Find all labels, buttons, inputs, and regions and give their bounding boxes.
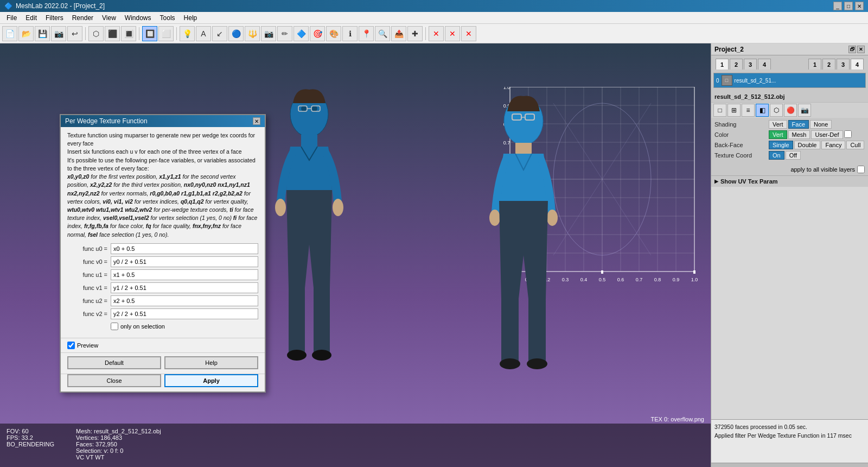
properties-section: Shading Vert Face None Color Vert Mesh U… bbox=[711, 118, 868, 163]
log-scrollbar[interactable] bbox=[711, 463, 868, 467]
preview-checkbox[interactable] bbox=[67, 342, 75, 349]
color-vert[interactable]: Vert bbox=[769, 130, 787, 139]
backface-fancy[interactable]: Fancy bbox=[821, 141, 845, 149]
tool-pencil[interactable]: ✏ bbox=[277, 26, 292, 41]
tool-del3[interactable]: ✕ bbox=[461, 26, 476, 41]
tool-open[interactable]: 📂 bbox=[18, 26, 34, 41]
tool-view-persp[interactable]: 🔲 bbox=[142, 26, 157, 41]
tool-color[interactable]: 🎨 bbox=[326, 26, 341, 41]
tool-mesh2[interactable]: ⬛ bbox=[105, 26, 120, 41]
uv-tex-label: Show UV Tex Param bbox=[720, 178, 778, 185]
func-u1-input[interactable] bbox=[111, 269, 258, 280]
menu-filters[interactable]: Filters bbox=[41, 13, 68, 23]
color-checkbox[interactable] bbox=[844, 130, 852, 138]
layer-name: result_sd_2_51... bbox=[735, 78, 776, 84]
shading-none[interactable]: None bbox=[810, 120, 832, 129]
tool-paint[interactable]: 🔱 bbox=[245, 26, 260, 41]
tool-mesh3[interactable]: 🔳 bbox=[121, 26, 136, 41]
layer-item-0[interactable]: 0 □ result_sd_2_51... bbox=[713, 73, 866, 88]
mesh-icon-wire[interactable]: ⬡ bbox=[770, 104, 783, 117]
tool-zoom[interactable]: 🔍 bbox=[375, 26, 390, 41]
tool-new[interactable]: 📄 bbox=[2, 26, 17, 41]
texcoord-off[interactable]: Off bbox=[786, 151, 801, 160]
dialog-close-icon[interactable]: ✕ bbox=[253, 117, 260, 125]
show-uv-tex-section[interactable]: ▶ Show UV Tex Param bbox=[711, 175, 868, 187]
layer-tab-3[interactable]: 3 bbox=[744, 59, 757, 70]
tool-undo[interactable]: ↩ bbox=[67, 26, 82, 41]
help-button[interactable]: Help bbox=[164, 356, 258, 369]
texcoord-on[interactable]: On bbox=[769, 151, 784, 160]
tool-circle-select[interactable]: 🔵 bbox=[228, 26, 244, 41]
dialog-title-text: Per Wedge Texture Function bbox=[65, 117, 148, 125]
func-u0-input[interactable] bbox=[111, 243, 258, 254]
shading-vert[interactable]: Vert bbox=[769, 120, 787, 129]
menu-edit[interactable]: Edit bbox=[21, 13, 41, 23]
backface-cull[interactable]: Cull bbox=[846, 141, 864, 149]
backface-double[interactable]: Double bbox=[794, 141, 821, 149]
layer-tab-4[interactable]: 4 bbox=[758, 59, 771, 70]
mesh-icon-square[interactable]: □ bbox=[713, 104, 726, 117]
dialog-description: Texture function using muparser to gener… bbox=[67, 131, 258, 239]
close-button[interactable]: ✕ bbox=[855, 2, 864, 10]
view-tab-1[interactable]: 1 bbox=[808, 59, 821, 70]
title-bar-controls[interactable]: _ □ ✕ bbox=[833, 2, 864, 10]
tool-save[interactable]: 💾 bbox=[35, 26, 50, 41]
tool-snapshot[interactable]: 📷 bbox=[51, 26, 66, 41]
func-v2-input[interactable] bbox=[111, 308, 258, 319]
minimize-button[interactable]: _ bbox=[833, 2, 842, 10]
layer-tab-2[interactable]: 2 bbox=[730, 59, 743, 70]
color-userdef[interactable]: User-Def bbox=[811, 130, 843, 139]
svg-text:0.8: 0.8 bbox=[654, 277, 661, 282]
tool-move[interactable]: ✚ bbox=[407, 26, 423, 41]
only-selection-checkbox[interactable] bbox=[111, 323, 118, 330]
tool-export[interactable]: 📤 bbox=[391, 26, 406, 41]
func-u2-input[interactable] bbox=[111, 295, 258, 306]
tool-geo[interactable]: 🔷 bbox=[293, 26, 309, 41]
menu-file[interactable]: File bbox=[2, 13, 21, 23]
panel-restore-button[interactable]: 🗗 bbox=[848, 46, 856, 53]
default-button[interactable]: Default bbox=[67, 356, 161, 369]
mesh-icon-half[interactable]: ◧ bbox=[756, 104, 769, 117]
mesh-icon-grid[interactable]: ⊞ bbox=[727, 104, 741, 117]
tool-camera[interactable]: 📷 bbox=[261, 26, 276, 41]
tool-mesh1[interactable]: ⬡ bbox=[88, 26, 104, 41]
mesh-icon-render[interactable]: 📷 bbox=[798, 104, 811, 117]
panel-header-buttons: 🗗 ✕ bbox=[848, 46, 865, 53]
tool-target[interactable]: 🎯 bbox=[310, 26, 325, 41]
backface-single[interactable]: Single bbox=[769, 141, 793, 149]
menu-tools[interactable]: Tools bbox=[156, 13, 180, 23]
apply-all-checkbox[interactable] bbox=[857, 166, 865, 173]
dialog-title-bar: Per Wedge Texture Function ✕ bbox=[61, 115, 265, 127]
tool-select-face[interactable]: ↙ bbox=[212, 26, 227, 41]
view-tab-3[interactable]: 3 bbox=[837, 59, 850, 70]
maximize-button[interactable]: □ bbox=[844, 2, 853, 10]
toolbar: 📄 📂 💾 📷 ↩ ⬡ ⬛ 🔳 🔲 ⬜ 💡 A ↙ 🔵 🔱 📷 ✏ 🔷 🎯 🎨 … bbox=[0, 24, 868, 43]
tool-view-ortho[interactable]: ⬜ bbox=[158, 26, 174, 41]
shading-face[interactable]: Face bbox=[788, 120, 809, 129]
color-options: Vert Mesh User-Def bbox=[769, 130, 852, 139]
mesh-icon-list[interactable]: ≡ bbox=[742, 104, 755, 117]
menu-help[interactable]: Help bbox=[180, 13, 202, 23]
panel-close-button[interactable]: ✕ bbox=[857, 46, 865, 53]
apply-all-label: apply to all visible layers bbox=[790, 166, 855, 173]
func-u1-label: func u1 = bbox=[67, 272, 111, 278]
menu-windows[interactable]: Windows bbox=[120, 13, 156, 23]
tool-info[interactable]: ℹ bbox=[342, 26, 358, 41]
apply-button[interactable]: Apply bbox=[164, 374, 258, 387]
tool-del2[interactable]: ✕ bbox=[445, 26, 460, 41]
tool-mark[interactable]: 📍 bbox=[359, 26, 374, 41]
mesh-icon-texture[interactable]: 🔴 bbox=[784, 104, 797, 117]
close-button[interactable]: Close bbox=[67, 374, 161, 387]
func-v0-input[interactable] bbox=[111, 256, 258, 267]
func-v1-input[interactable] bbox=[111, 282, 258, 293]
view-tab-4[interactable]: 4 bbox=[851, 59, 864, 70]
tool-light[interactable]: 💡 bbox=[180, 26, 195, 41]
tool-select-vert[interactable]: A bbox=[196, 26, 211, 41]
color-mesh[interactable]: Mesh bbox=[788, 130, 810, 139]
viewport[interactable]: 1.0 0.9 0.8 0.7 0.6 0.5 0.4 0.3 0.2 0.1 … bbox=[0, 43, 711, 467]
layer-tab-1[interactable]: 1 bbox=[716, 59, 729, 70]
view-tab-2[interactable]: 2 bbox=[822, 59, 835, 70]
tool-del1[interactable]: ✕ bbox=[429, 26, 444, 41]
menu-view[interactable]: View bbox=[98, 13, 120, 23]
menu-render[interactable]: Render bbox=[68, 13, 98, 23]
